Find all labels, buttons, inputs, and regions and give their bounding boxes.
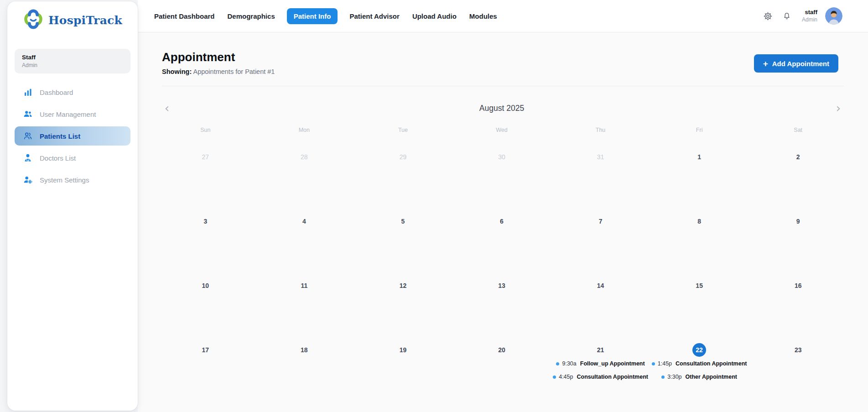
profile-card: Staff Admin	[15, 49, 130, 73]
day-number: 11	[301, 282, 307, 289]
showing-value: Appointments for Patient #1	[193, 68, 275, 75]
sidebar-item-patients-list[interactable]: Patients List	[15, 126, 130, 146]
event-dot-icon	[652, 362, 655, 365]
event-dot-icon	[556, 362, 559, 365]
event-time: 9:30a	[562, 360, 576, 367]
calendar-day-cell[interactable]: 16	[748, 276, 847, 340]
sidebar-item-doctors-list[interactable]: Doctors List	[15, 148, 130, 167]
calendar-day-cell[interactable]: 11	[255, 276, 354, 340]
date-slot: 23	[748, 345, 847, 355]
day-number: 1	[697, 153, 701, 161]
calendar-day-cell[interactable]: 31	[551, 147, 650, 212]
showing-line: Showing: Appointments for Patient #1	[162, 67, 844, 76]
date-slot: 21	[551, 345, 650, 355]
calendar-day-cell[interactable]: 8	[650, 212, 749, 276]
day-number: 5	[401, 218, 405, 225]
calendar-day-cell[interactable]: 1	[650, 147, 749, 212]
date-slot: 3	[156, 216, 255, 226]
main-area: Patient DashboardDemographicsPatient Inf…	[138, 0, 868, 412]
month-title: August 2025	[479, 104, 524, 113]
next-month-icon[interactable]: ›	[830, 100, 847, 116]
add-appointment-button[interactable]: + Add Appointment	[754, 54, 838, 73]
day-number: 23	[795, 346, 802, 354]
calendar-day-cell[interactable]: 13	[452, 276, 551, 340]
page-title: Appointment	[162, 50, 844, 64]
day-number: 3	[203, 218, 207, 225]
calendar-day-cell[interactable]: 20	[452, 340, 551, 405]
day-number: 30	[498, 153, 505, 161]
day-number: 10	[202, 282, 209, 289]
calendar-day-cell[interactable]: 19	[353, 340, 452, 405]
sidebar-item-system-settings[interactable]: System Settings	[15, 170, 130, 189]
tab-upload-audio[interactable]: Upload Audio	[411, 8, 457, 24]
avatar[interactable]	[825, 7, 842, 25]
calendar-event[interactable]: 9:30aFollow_up Appointment	[556, 360, 645, 367]
calendar-day-cell[interactable]: 23	[748, 340, 847, 405]
calendar-day-cell[interactable]: 12	[353, 276, 452, 340]
event-dot-icon	[661, 375, 665, 379]
day-number: 27	[202, 153, 209, 161]
day-header-sun: Sun	[156, 127, 255, 133]
notifications-icon[interactable]	[781, 10, 792, 21]
calendar-day-cell[interactable]: 6	[452, 212, 551, 276]
sidebar-item-dashboard[interactable]: Dashboard	[15, 83, 130, 102]
calendar-grid: 2728293031123456789101112131415161718192…	[156, 147, 847, 405]
calendar-day-cell[interactable]: 4	[255, 212, 354, 276]
day-number: 7	[599, 218, 603, 225]
tab-patient-info[interactable]: Patient Info	[287, 8, 338, 24]
calendar-day-cell[interactable]: 17	[156, 340, 255, 405]
prev-month-icon[interactable]: ‹	[159, 100, 175, 116]
event-time: 3:30p	[667, 374, 681, 380]
calendar-day-cell[interactable]: 30	[452, 147, 551, 212]
calendar-day-cell[interactable]: 29	[353, 147, 452, 212]
event-time: 4:45p	[559, 374, 573, 380]
event-title: Follow_up Appointment	[580, 360, 645, 367]
settings-icon[interactable]	[763, 10, 774, 21]
calendar-event[interactable]: 1:45pConsultation Appointment	[652, 360, 747, 367]
calendar-day-cell[interactable]: 28	[255, 147, 354, 212]
selected-day-badge[interactable]: 22	[692, 343, 706, 357]
calendar-day-cell[interactable]: 221:45pConsultation Appointment3:30pOthe…	[650, 340, 749, 405]
content: Appointment Showing: Appointments for Pa…	[138, 32, 868, 412]
calendar-event[interactable]: 3:30pOther Appointment	[661, 374, 737, 380]
date-slot: 30	[452, 152, 551, 162]
calendar-event[interactable]: 4:45pConsultation Appointment	[553, 374, 648, 380]
user-gear-icon	[23, 175, 33, 185]
date-slot: 13	[452, 281, 551, 291]
date-slot: 7	[551, 216, 650, 226]
tab-demographics[interactable]: Demographics	[227, 8, 276, 24]
calendar-day-cell[interactable]: 3	[156, 212, 255, 276]
top-navbar: Patient DashboardDemographicsPatient Inf…	[138, 0, 868, 32]
date-slot: 5	[353, 216, 452, 226]
calendar-day-cell[interactable]: 10	[156, 276, 255, 340]
day-header-sat: Sat	[748, 127, 847, 133]
calendar-day-cell[interactable]: 15	[650, 276, 749, 340]
tab-patient-advisor[interactable]: Patient Advisor	[348, 8, 400, 24]
date-slot: 8	[650, 216, 749, 226]
event-title: Other Appointment	[686, 374, 737, 380]
event-title: Consultation Appointment	[577, 374, 648, 380]
tab-modules[interactable]: Modules	[468, 8, 498, 24]
day-number: 28	[301, 153, 308, 161]
calendar-day-cell[interactable]: 27	[156, 147, 255, 212]
date-slot: 31	[551, 152, 650, 162]
calendar-day-cell[interactable]: 7	[551, 212, 650, 276]
sidebar-item-user-management[interactable]: User Management	[15, 104, 130, 124]
calendar-header: ‹ August 2025 ›	[156, 95, 847, 121]
calendar-day-cell[interactable]: 219:30aFollow_up Appointment4:45pConsult…	[551, 340, 650, 405]
calendar-day-cell[interactable]: 2	[748, 147, 847, 212]
calendar-day-cell[interactable]: 14	[551, 276, 650, 340]
calendar-day-cell[interactable]: 18	[255, 340, 354, 405]
bar-chart-icon	[23, 87, 33, 97]
date-slot: 15	[650, 281, 749, 291]
date-slot: 29	[353, 152, 452, 162]
calendar-day-cell[interactable]: 9	[748, 212, 847, 276]
day-number: 9	[796, 218, 800, 225]
day-number: 16	[795, 282, 802, 289]
tab-patient-dashboard[interactable]: Patient Dashboard	[153, 8, 216, 24]
plus-icon: +	[763, 59, 768, 68]
calendar-day-cell[interactable]: 5	[353, 212, 452, 276]
date-slot: 19	[353, 345, 452, 355]
day-number: 15	[696, 282, 703, 289]
date-slot: 11	[255, 281, 354, 291]
